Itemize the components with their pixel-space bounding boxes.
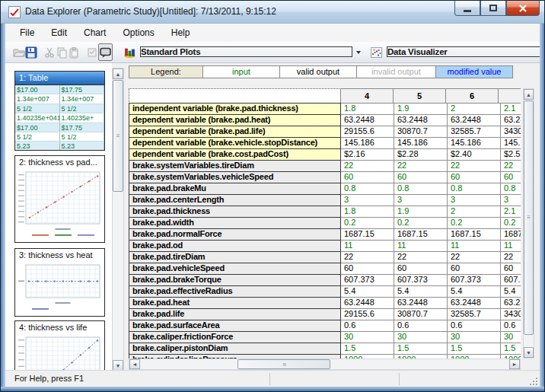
cell-value[interactable]: 1.8 [341, 206, 394, 218]
cell-value[interactable]: 60 [341, 172, 394, 183]
row-label[interactable]: brake.pad.brakeMu [129, 183, 341, 195]
row-label[interactable]: brake.pad.brakeTorque [129, 274, 341, 286]
cell-value[interactable]: $2.52 [501, 149, 521, 161]
thumbnail-panel-3[interactable]: 3: thickness vs heat [14, 248, 105, 317]
menu-edit[interactable]: Edit [43, 24, 75, 42]
cell-value[interactable]: 1.9 [394, 104, 448, 115]
cell-value[interactable]: 60 [501, 263, 521, 275]
cell-value[interactable]: 30 [341, 332, 394, 343]
cell-value[interactable]: $2.40 [448, 149, 501, 161]
cell-value[interactable]: 0.2 [394, 218, 448, 229]
row-label[interactable]: brake.pad.thickness [129, 206, 341, 218]
cell-value[interactable]: 3430 [501, 126, 521, 138]
scroll-down-button[interactable]: ▼ [524, 347, 534, 358]
row-label[interactable]: brake.pad.width [129, 217, 341, 229]
column-header-partial[interactable] [498, 88, 521, 104]
cell-value[interactable]: 11 [394, 241, 448, 252]
scroll-up-button[interactable]: ▲ [524, 89, 534, 100]
cell-value[interactable]: 5.4 [501, 286, 521, 298]
column-header-5[interactable]: 5 [393, 88, 446, 104]
scrollbar-thumb[interactable]: ≡ [524, 100, 534, 335]
cell-value[interactable]: $2.28 [394, 149, 448, 161]
cell-value[interactable]: 1.5 [448, 343, 501, 355]
row-label[interactable]: brake.pad.effectiveRadius [129, 285, 341, 298]
scrollbar-thumb[interactable]: ≡ [237, 359, 330, 369]
row-label[interactable]: brake.pad.vehicleSpeed [129, 263, 341, 275]
cell-value[interactable]: 0.6 [341, 320, 394, 332]
row-label[interactable]: dependent variable (brake.cost.padCost) [129, 148, 341, 161]
cell-value[interactable]: 30870.7 [394, 126, 448, 138]
cell-value[interactable]: 2 [448, 206, 501, 218]
cell-value[interactable]: 63.2448 [448, 298, 501, 309]
cell-value[interactable]: 5.4 [341, 286, 394, 298]
scrollbar-thumb[interactable]: ≡ [113, 80, 123, 192]
cell-value[interactable]: 32585.7 [448, 126, 501, 138]
cell-value[interactable]: 145.186 [448, 138, 501, 149]
row-label[interactable]: dependent variable (brake.pad.life) [129, 126, 341, 138]
grid-vertical-scrollbar[interactable]: ▲ ≡ ▼ [523, 88, 534, 359]
copy-button[interactable] [56, 43, 68, 61]
thumbnail-panel-1[interactable]: 1: Table$17.00$17.751.34e+0071.34e+0075 … [14, 71, 105, 151]
data-visualizer-button[interactable]: Data Visualizer [365, 45, 545, 60]
cell-value[interactable]: 145.186 [341, 138, 394, 149]
cell-value[interactable]: 1687.15 [394, 229, 448, 241]
cell-value[interactable]: 60 [394, 263, 448, 275]
cell-value[interactable]: 30 [448, 332, 501, 343]
cell-value[interactable]: 60 [448, 263, 501, 275]
title-bar[interactable]: Data Explorer (Parametric Study)[Untitle… [1, 1, 545, 24]
menu-chart[interactable]: Chart [75, 24, 114, 42]
row-label[interactable]: brake.systemVariables.tireDiam [129, 160, 341, 172]
row-label[interactable]: dependent variable (brake.vehicle.stopDi… [129, 137, 341, 149]
cell-value[interactable]: 0.2 [448, 218, 501, 229]
scroll-up-button[interactable]: ▲ [113, 69, 123, 79]
cell-value[interactable]: 3 [501, 195, 521, 206]
cell-value[interactable]: 22 [448, 252, 501, 263]
cell-value[interactable]: 1687.15 [341, 229, 394, 241]
sidebar-scrollbar[interactable]: ▲ ≡ ▼ [112, 68, 124, 371]
cell-value[interactable]: 22 [448, 161, 501, 172]
cell-value[interactable]: 29155.6 [341, 309, 394, 320]
cell-value[interactable]: 3 [394, 195, 448, 206]
minimize-button[interactable] [454, 1, 480, 16]
column-header-6[interactable]: 6 [445, 88, 499, 104]
cell-value[interactable]: 607.3 [501, 275, 521, 286]
cell-value[interactable]: 22 [341, 161, 394, 172]
open-button[interactable] [13, 43, 25, 61]
cell-value[interactable]: 11 [448, 241, 501, 252]
scroll-right-button[interactable]: ► [509, 359, 520, 369]
row-label[interactable]: brake.pad.normalForce [129, 228, 341, 241]
column-header-4[interactable]: 4 [340, 88, 394, 104]
paste-button[interactable] [68, 43, 80, 61]
row-label[interactable]: independent variable (brake.pad.thicknes… [129, 103, 341, 115]
cell-value[interactable]: 0.8 [394, 183, 448, 195]
row-label[interactable]: brake.pad.surfaceArea [129, 320, 341, 332]
cell-value[interactable]: 607.373 [448, 275, 501, 286]
cell-value[interactable]: 0.2 [501, 218, 521, 229]
cell-value[interactable]: 607.373 [394, 275, 448, 286]
cell-value[interactable]: 3 [341, 195, 394, 206]
thumbnail-panel-2[interactable]: 2: thickness vs pad... [14, 155, 105, 243]
cell-value[interactable]: 5.4 [394, 286, 448, 298]
cell-value[interactable]: 63.2448 [448, 115, 501, 126]
standard-plots-button[interactable]: Standard Plots [119, 45, 365, 60]
cell-value[interactable]: 2 [448, 104, 501, 115]
cell-value[interactable]: 60 [448, 172, 501, 183]
close-button[interactable] [506, 1, 540, 16]
cell-value[interactable]: 1.9 [394, 206, 448, 218]
cell-value[interactable]: 11 [341, 241, 394, 252]
row-label[interactable]: brake.pad.od [129, 240, 341, 252]
menu-help[interactable]: Help [163, 24, 199, 42]
resize-grip[interactable] [528, 376, 537, 385]
cell-value[interactable]: 0.8 [501, 183, 521, 195]
cell-value[interactable]: $2.16 [341, 149, 394, 161]
cell-value[interactable]: 30 [501, 332, 521, 343]
cell-value[interactable]: 1687 [501, 229, 521, 241]
row-label[interactable]: brake.systemVariables.vehicleSpeed [129, 171, 341, 183]
cell-value[interactable]: 1687.15 [448, 229, 501, 241]
cell-value[interactable]: 145.186 [394, 138, 448, 149]
cell-value[interactable]: 29155.6 [341, 126, 394, 138]
row-label[interactable]: dependent variable (brake.pad.heat) [129, 114, 341, 126]
cell-value[interactable]: 5.4 [448, 286, 501, 298]
cell-value[interactable]: 145.1 [501, 138, 521, 149]
row-label[interactable]: brake.pad.heat [129, 297, 341, 309]
